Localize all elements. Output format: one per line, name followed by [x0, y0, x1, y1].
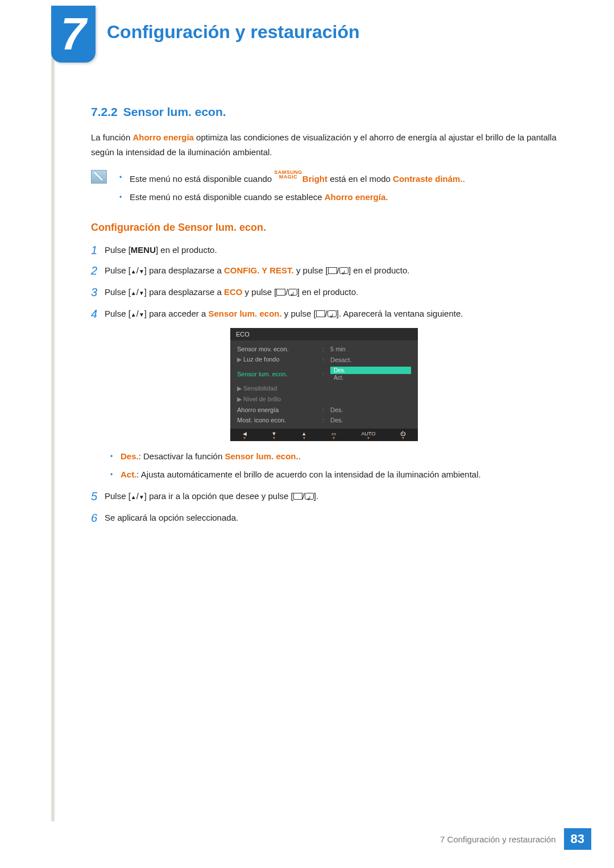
note-list: Este menú no está disponible cuando SAMS… — [117, 170, 557, 208]
osd-row: ▶Sensibilidad — [230, 383, 418, 394]
osd-mode-icon: ▭▾ — [331, 431, 337, 440]
footer-chapter-ref: 7 Configuración y restauración — [440, 834, 555, 844]
note-block: Este menú no está disponible cuando SAMS… — [91, 170, 557, 208]
note-item: Este menú no está disponible cuando se e… — [117, 190, 557, 205]
osd-value: Des. — [330, 406, 411, 413]
chapter-title: Configuración y restauración — [107, 22, 360, 43]
osd-row: ▶Luz de fondo : Desact. — [230, 354, 418, 365]
osd-label: ▶Luz de fondo — [237, 356, 322, 363]
select-enter-icon: / — [316, 309, 337, 318]
osd-value: Desact. — [330, 356, 411, 363]
osd-power-icon: ⏻▾ — [400, 431, 405, 440]
step-number: 1 — [91, 243, 105, 258]
section-title: Sensor lum. econ. — [123, 105, 226, 118]
osd-body: Sensor mov. econ. : 5 min ▶Luz de fondo … — [230, 340, 418, 425]
up-down-icon: ▲/▼ — [131, 287, 144, 297]
step-1: 1 Pulse [MENU] en el producto. — [91, 243, 557, 258]
osd-up-icon: ▲▾ — [301, 431, 306, 440]
term-ahorro-energia: Ahorro energía — [132, 132, 194, 142]
osd-label: Most. icono econ. — [237, 417, 322, 423]
osd-panel: ECO Sensor mov. econ. : 5 min ▶Luz de fo… — [230, 328, 418, 441]
menu-key: MENU — [131, 245, 156, 255]
up-down-icon: ▲/▼ — [131, 309, 144, 318]
select-enter-icon: / — [293, 491, 314, 501]
config-heading: Configuración de Sensor lum. econ. — [91, 222, 557, 234]
page-number: 83 — [564, 828, 591, 850]
option-des: Des.: Desactivar la función Sensor lum. … — [108, 449, 557, 464]
step-number: 6 — [91, 510, 105, 525]
osd-auto-label: AUTO▾ — [362, 431, 376, 440]
osd-row: Ahorro energía : Des. — [230, 405, 418, 415]
section-number: 7.2.2 — [91, 105, 118, 118]
osd-down-icon: ▼▾ — [272, 431, 277, 440]
step-number: 2 — [91, 263, 105, 279]
step-4: 4 Pulse [▲/▼] para acceder a Sensor lum.… — [91, 306, 557, 322]
osd-dropdown: Des. Act. — [330, 367, 411, 381]
osd-value: Des. — [330, 417, 411, 423]
osd-back-icon: ◀▾ — [243, 431, 247, 440]
osd-row: Sensor mov. econ. : 5 min — [230, 344, 418, 354]
osd-option: Act. — [330, 374, 411, 381]
osd-label: Ahorro energía — [237, 406, 322, 413]
osd-label: ▶Nivel de brillo — [237, 396, 322, 403]
osd-label: Sensor lum. econ. — [237, 371, 322, 377]
step-number: 5 — [91, 489, 105, 505]
left-stripe — [51, 9, 55, 821]
up-down-icon: ▲/▼ — [131, 265, 144, 275]
step-number: 3 — [91, 285, 105, 301]
option-act: Act.: Ajusta automáticamente el brillo d… — [108, 467, 557, 482]
intro-paragraph: La función Ahorro energía optimiza las c… — [91, 130, 557, 160]
note-item: Este menú no está disponible cuando SAMS… — [117, 170, 557, 186]
osd-footer: ◀▾ ▼▾ ▲▾ ▭▾ AUTO▾ ⏻▾ — [230, 429, 418, 441]
section-heading: 7.2.2Sensor lum. econ. — [91, 105, 557, 119]
option-list: Des.: Desactivar la función Sensor lum. … — [108, 449, 557, 482]
step-3: 3 Pulse [▲/▼] para desplazarse a ECO y p… — [91, 285, 557, 301]
osd-row-selected: Sensor lum. econ. : Des. Act. — [230, 365, 418, 383]
note-icon — [91, 170, 107, 184]
osd-label: Sensor mov. econ. — [237, 346, 322, 352]
chapter-number-badge: 7 — [51, 6, 96, 63]
page-footer: 7 Configuración y restauración 83 — [440, 828, 591, 850]
up-down-icon: ▲/▼ — [131, 491, 144, 501]
samsung-magic-icon: SAMSUNGMAGIC — [274, 170, 302, 179]
select-enter-icon: / — [328, 265, 349, 275]
step-2: 2 Pulse [▲/▼] para desplazarse a CONFIG.… — [91, 263, 557, 279]
osd-label: ▶Sensibilidad — [237, 385, 322, 392]
osd-option-selected: Des. — [330, 367, 411, 374]
step-6: 6 Se aplicará la opción seleccionada. — [91, 510, 557, 525]
osd-title: ECO — [230, 328, 418, 340]
osd-row: ▶Nivel de brillo — [230, 394, 418, 405]
osd-value: 5 min — [330, 346, 411, 352]
step-5: 5 Pulse [▲/▼] para ir a la opción que de… — [91, 489, 557, 505]
osd-row: Most. icono econ. : Des. — [230, 415, 418, 425]
select-enter-icon: / — [276, 287, 297, 297]
step-number: 4 — [91, 306, 105, 322]
